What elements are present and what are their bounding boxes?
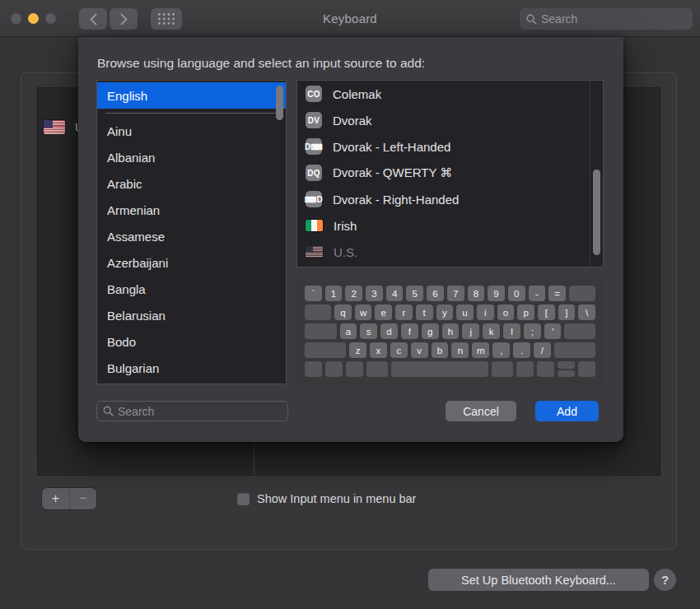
keyboard-key-blank [325, 361, 343, 377]
title-bar: Keyboard Search [0, 0, 700, 37]
keyboard-key-blank [492, 361, 513, 377]
keyboard-key: h [442, 323, 460, 339]
layout-badge-icon: CO [306, 86, 322, 102]
language-item[interactable]: Bulgarian [97, 355, 286, 381]
keyboard-key: - [529, 286, 546, 301]
keyboard-key-blank [346, 361, 363, 377]
keyboard-key-blank [305, 304, 331, 320]
input-source-option[interactable]: D⌨Dvorak - Left-Handed [297, 133, 603, 160]
keyboard-key: j [462, 323, 479, 339]
keyboard-key: x [370, 342, 387, 358]
remove-input-source-button[interactable]: − [69, 488, 96, 509]
language-list-separator [105, 113, 278, 114]
keyboard-key-blank [391, 361, 488, 377]
language-list-scrollbar[interactable] [276, 86, 283, 120]
keyboard-key-blank [537, 361, 554, 377]
irish-flag-icon [306, 220, 323, 231]
keyboard-row: `1234567890-= [305, 286, 595, 301]
input-source-option[interactable]: DVDvorak [297, 107, 603, 133]
sheet-search-placeholder: Search [118, 405, 154, 418]
us-flag-icon [44, 120, 65, 134]
layout-badge-icon: ⌨D [306, 191, 322, 207]
keyboard-key: l [503, 323, 520, 339]
input-source-option-label: Colemak [333, 87, 381, 101]
language-item[interactable]: Armenian [97, 197, 286, 223]
language-item[interactable]: Assamese [97, 223, 286, 249]
keyboard-key: i [477, 304, 494, 320]
toolbar-search-placeholder: Search [541, 12, 577, 26]
keyboard-key: v [411, 342, 428, 358]
keyboard-key: c [390, 342, 408, 358]
add-input-source-button[interactable]: + [42, 488, 69, 509]
keyboard-key-blank [558, 361, 575, 377]
help-button[interactable]: ? [654, 569, 676, 591]
us-flag-icon [306, 246, 323, 258]
keyboard-key: o [497, 304, 515, 320]
keyboard-key-half [558, 361, 575, 369]
keyboard-key-blank [569, 286, 595, 301]
keyboard-key-blank [578, 361, 595, 377]
search-icon [103, 406, 114, 416]
cancel-button[interactable]: Cancel [446, 401, 516, 421]
keyboard-key: ` [305, 286, 322, 301]
keyboard-key: w [355, 304, 372, 320]
language-item[interactable]: Azerbaijani [97, 249, 286, 276]
sheet-header-text: Browse using language and select an inpu… [97, 56, 425, 71]
language-item[interactable]: Bangla [97, 276, 286, 302]
keyboard-preferences-window: Keyboard Search U.S. + − Show Input menu… [0, 0, 700, 609]
toolbar-search-field[interactable]: Search [520, 8, 693, 30]
keyboard-key: ; [524, 323, 541, 339]
show-input-menu-checkbox[interactable] [237, 493, 250, 505]
keyboard-key: 3 [366, 286, 383, 301]
add-button[interactable]: Add [535, 401, 599, 421]
language-item[interactable]: Bodo [97, 328, 286, 355]
keyboard-key: 5 [406, 286, 423, 301]
keyboard-key: s [360, 323, 377, 339]
language-item[interactable]: Ainu [97, 118, 286, 144]
keyboard-key: y [436, 304, 454, 320]
keyboard-key: d [380, 323, 398, 339]
language-item[interactable]: Arabic [97, 170, 286, 197]
keyboard-row: asdfghjkl;' [305, 323, 595, 339]
keyboard-key: g [422, 323, 439, 339]
keyboard-key: t [416, 304, 433, 320]
keyboard-key: . [513, 342, 530, 358]
keyboard-key: , [492, 342, 510, 358]
show-input-menu-row: Show Input menu in menu bar [237, 492, 416, 505]
keyboard-key: 1 [325, 286, 343, 301]
input-source-option[interactable]: Irish [297, 212, 603, 239]
input-source-option-label: Dvorak [333, 114, 372, 128]
keyboard-key: = [548, 286, 566, 301]
language-item-selected[interactable]: English [97, 82, 286, 109]
keyboard-row: zxcvbnm,./ [305, 342, 595, 358]
input-source-option[interactable]: ⌨DDvorak - Right-Handed [297, 186, 603, 212]
keyboard-key: r [395, 304, 413, 320]
keyboard-key-blank [564, 323, 595, 339]
input-source-option[interactable]: COColemak [297, 81, 603, 107]
language-list: English AinuAlbanianArabicArmenianAssame… [96, 80, 287, 384]
keyboard-key-blank [516, 361, 534, 377]
layout-badge-icon: DQ [306, 165, 322, 181]
layout-badge-icon: D⌨ [306, 138, 322, 155]
source-scrollbar-track [590, 81, 590, 267]
input-source-option[interactable]: DQDvorak - QWERTY ⌘ [297, 160, 603, 186]
keyboard-key: 0 [508, 286, 525, 301]
keyboard-key: ] [558, 304, 576, 320]
language-item[interactable]: Albanian [97, 144, 286, 170]
source-list-scrollbar[interactable] [593, 170, 600, 255]
keyboard-key: [ [538, 304, 555, 320]
input-source-option-label: Dvorak - QWERTY ⌘ [333, 165, 452, 180]
add-remove-segmented-control: + − [42, 488, 96, 509]
keyboard-row: qwertyuiop[]\ [305, 304, 595, 320]
keyboard-key-half [558, 370, 575, 378]
keyboard-key: z [349, 342, 366, 358]
sheet-search-field[interactable]: Search [96, 401, 288, 421]
input-source-option-label: Dvorak - Right-Handed [333, 193, 459, 207]
add-input-source-sheet: Browse using language and select an inpu… [78, 37, 623, 442]
keyboard-key: p [517, 304, 534, 320]
input-source-option: U.S. [297, 239, 603, 265]
input-source-option-label: Irish [334, 219, 357, 233]
keyboard-key-blank [305, 342, 346, 358]
setup-bluetooth-keyboard-button[interactable]: Set Up Bluetooth Keyboard... [428, 569, 649, 591]
language-item[interactable]: Belarusian [97, 302, 286, 328]
